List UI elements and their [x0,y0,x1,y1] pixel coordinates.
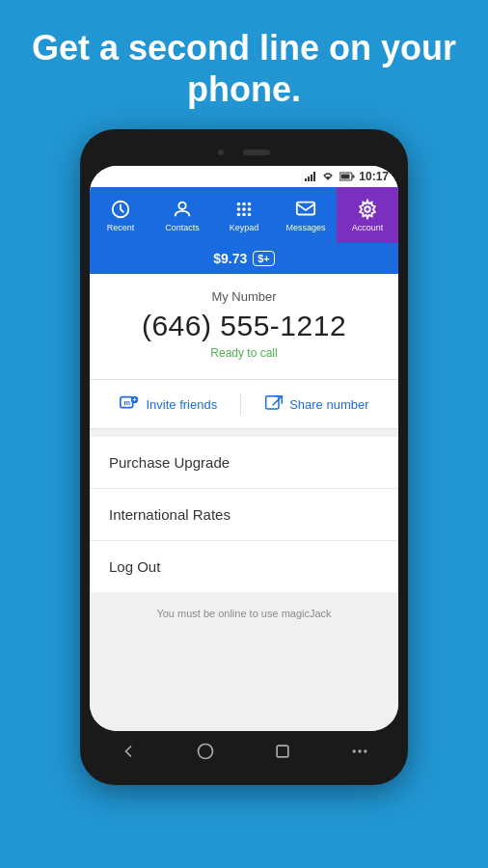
svg-rect-0 [305,178,307,181]
svg-point-12 [237,207,241,211]
svg-rect-3 [313,172,315,181]
phone-bottom-nav [90,731,398,775]
svg-rect-24 [266,396,279,409]
menu-item-log-out[interactable]: Log Out [90,541,398,592]
svg-point-29 [364,749,366,752]
my-number-label: My Number [211,289,276,304]
svg-point-15 [237,213,241,217]
svg-rect-26 [277,746,288,757]
tab-account-label: Account [352,223,384,232]
svg-point-17 [248,213,252,217]
headline-text: Get a second line on your phone. [32,28,456,109]
time-display: 10:17 [359,170,389,183]
nav-tabs: Recent Contacts [90,187,398,243]
speaker [243,149,270,155]
svg-rect-18 [297,203,314,215]
gear-icon [357,199,378,220]
svg-text:m: m [124,398,131,407]
number-section: My Number (646) 555-1212 Ready to call [90,274,398,380]
share-label: Share number [289,397,368,412]
camera-dot [218,149,224,155]
add-balance-button[interactable]: $+ [253,251,275,266]
svg-point-27 [353,749,356,752]
menu-item-international-rates[interactable]: International Rates [90,489,398,541]
footer-note: You must be online to use magicJack [90,592,398,635]
tab-messages[interactable]: Messages [275,187,337,243]
keypad-icon [233,199,255,220]
svg-rect-5 [353,176,355,178]
clock-icon [110,199,131,220]
tab-contacts[interactable]: Contacts [151,187,213,243]
contacts-icon [172,199,193,220]
wifi-icon [322,172,334,181]
signal-icon [305,172,316,181]
menu-item-purchase-upgrade[interactable]: Purchase Upgrade [90,437,398,489]
balance-bar: $9.73 $+ [90,243,398,274]
home-button[interactable] [196,742,215,766]
phone-device: 10:17 Recent Contacts [80,129,408,785]
svg-point-14 [248,207,252,211]
svg-rect-6 [341,175,350,179]
svg-point-9 [237,203,241,206]
phone-number: (646) 555-1212 [142,310,346,342]
status-bar: 10:17 [90,166,398,187]
svg-rect-1 [308,176,310,181]
balance-amount: $9.73 [213,251,247,266]
svg-point-19 [365,206,370,212]
svg-point-10 [242,203,246,206]
messages-icon [295,199,316,220]
back-button[interactable] [119,742,138,766]
svg-point-13 [242,207,246,211]
svg-point-11 [248,203,252,206]
svg-point-28 [358,749,361,752]
phone-top-bar [90,139,398,166]
menu-dots-button[interactable] [350,742,369,766]
battery-icon [339,172,355,181]
ready-status: Ready to call [210,346,277,360]
svg-point-8 [178,203,185,209]
headline: Get a second line on your phone. [0,0,488,129]
share-number-button[interactable]: Share number [241,394,392,414]
overview-button[interactable] [273,742,292,766]
share-icon [264,394,284,414]
tab-contacts-label: Contacts [165,223,200,232]
tab-recent[interactable]: Recent [90,187,151,243]
tab-recent-label: Recent [107,223,135,232]
svg-point-16 [242,213,246,217]
tab-messages-label: Messages [285,223,325,232]
action-buttons: m + Invite friends Share number [90,380,398,429]
svg-text:+: + [133,396,137,405]
svg-point-25 [199,744,213,758]
svg-rect-2 [311,175,312,181]
tab-keypad-label: Keypad [230,223,259,232]
invite-icon: m + [119,393,140,415]
invite-friends-button[interactable]: m + Invite friends [95,393,241,415]
tab-account[interactable]: Account [337,187,398,243]
invite-label: Invite friends [146,397,217,412]
tab-keypad[interactable]: Keypad [213,187,275,243]
menu-section: Purchase Upgrade International Rates Log… [90,437,398,592]
